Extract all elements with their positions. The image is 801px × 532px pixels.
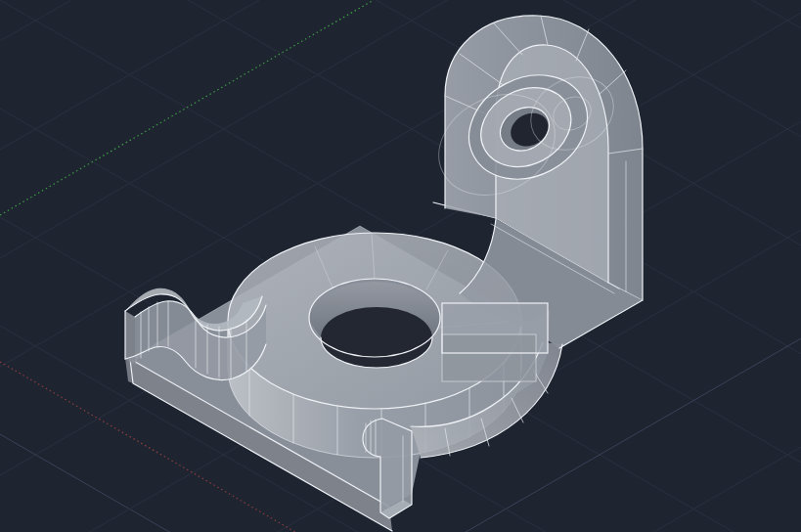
support-rib[interactable] xyxy=(442,303,548,381)
model-space-canvas[interactable] xyxy=(0,0,801,532)
cad-viewport[interactable] xyxy=(0,0,801,532)
rib-lower-face xyxy=(442,334,536,381)
